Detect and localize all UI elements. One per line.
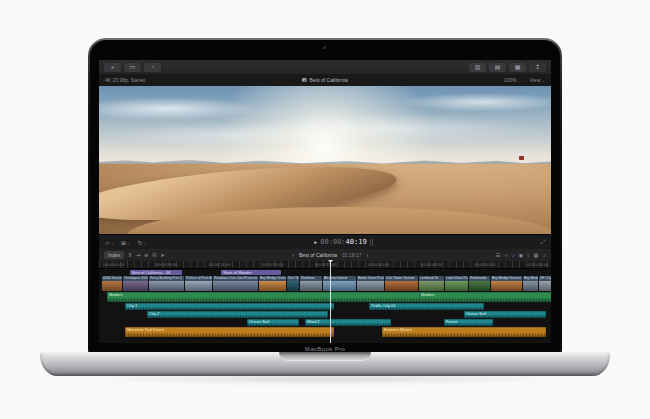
playhead[interactable] [330,261,331,343]
effects-browser-button[interactable]: ▩ [534,252,539,258]
connect-edit-button[interactable]: ⊼ [128,252,132,258]
chapter-marker[interactable]: Best of California - 4K [130,270,182,275]
viewer-clip-info: 4K 23.98p, Stereo [105,77,145,83]
video-clip-thumbnail [123,281,148,291]
audio-meters-icon[interactable] [370,239,373,246]
snapping-toggle-button[interactable]: ⌇ [527,252,529,258]
skimming-toggle-button[interactable]: ⌯ [504,252,508,259]
video-clip[interactable]: Rainbow [300,276,322,291]
video-clip-thumbnail [323,281,356,291]
timeline-toolbar: Index ⊼⇥⊕⊟➤ ‹ Best of California 01:18:1… [99,249,551,261]
video-clip[interactable]: Bay Bridge Sunset 02 [491,276,522,291]
audio-clip[interactable]: Ocean Surf [464,311,546,318]
transport-bar: ▱ ⌄⊠ ⌄↻ ⌄ ▶ 00:00:40:19 ⤢ [99,234,551,249]
audio-clip[interactable]: Wind 2 [305,319,391,326]
video-clip[interactable]: 0000 Sunset [102,276,122,291]
audio-skimming-button[interactable]: ♪ [512,252,515,258]
music-clip[interactable]: Modern [107,292,422,302]
video-clip[interactable]: Surf Girl [287,276,299,291]
waveform [305,323,391,326]
tool-select-button[interactable]: ➤ [161,252,165,258]
video-clip[interactable]: SF City [539,276,551,291]
clip-appearance-button[interactable]: ☰ [496,252,500,258]
index-button[interactable]: Index [104,251,124,259]
video-clip[interactable]: Bodie State Park [357,276,384,291]
viewer-view-menu[interactable]: View ⌄ [530,77,546,83]
video-clip[interactable]: Timelapse 0102 [123,276,148,291]
video-clip-thumbnail [259,281,286,291]
audio-clip[interactable]: Traffic City 01 [369,303,484,310]
import-media-button[interactable]: + [104,63,121,72]
video-clip-thumbnail [357,281,384,291]
video-clip[interactable]: Bay Bridge [523,276,538,291]
ruler-label: 00:00:40:00 [368,262,389,267]
media-browser-button[interactable]: ♫ [542,252,546,258]
overwrite-edit-button[interactable]: ⊟ [152,252,156,258]
video-track: 0000 SunsetTimelapse 0102Ferry Building … [102,276,551,291]
next-project-button[interactable]: › [366,252,368,258]
retime-tool-button[interactable]: ↻ ⌄ [137,239,146,246]
play-button[interactable]: ▶ [314,239,317,245]
screen-bezel: +▭◔ ▥▤▦↥ 4K 23.98p, Stereo Best of Calif… [90,40,560,354]
music-clip[interactable]: Modern [419,292,551,302]
waveform [369,307,484,310]
keyword-editor-button[interactable]: ▭ [124,63,141,72]
project-duration: 01:18:17 [342,252,361,258]
chevron-down-icon: ⌄ [111,240,114,245]
video-clip-thumbnail [445,281,468,291]
audio-clip[interactable]: City 2 [147,311,328,318]
video-clip[interactable]: Palace of Fine Arts [185,276,212,291]
video-clip-thumbnail [300,281,322,291]
video-clip-thumbnail [419,281,444,291]
waveform [444,323,493,326]
timeline-tracks: 0000 SunsetTimelapse 0102Ferry Building … [99,269,551,343]
ruler-label: 00:00:16:00 [209,262,230,267]
scene-red-rock [519,156,524,160]
video-clip-thumbnail [491,281,522,291]
ruler-label: 00:00:48:00 [421,262,442,267]
video-clip-thumbnail [287,281,299,291]
fullscreen-button[interactable]: ⤢ [540,239,545,246]
background-tasks-button[interactable]: ◔ [144,63,161,72]
audio-clip[interactable]: City 1 [125,303,334,310]
clapperboard-icon [302,78,307,82]
timeline-toggle-button[interactable]: ▤ [489,63,506,72]
product-shot: +▭◔ ▥▤▦↥ 4K 23.98p, Stereo Best of Calif… [0,0,650,419]
video-clip[interactable]: Rainbow Over San Francisco [213,276,258,291]
ruler-label: 00:01:04:00 [527,262,548,267]
chevron-down-icon: ⌄ [542,78,545,83]
viewer-zoom-menu[interactable]: 100% ⌄ [504,77,522,83]
solo-toggle-button[interactable]: ◉ [519,252,523,258]
video-clip[interactable]: Coit Tower Sunset [385,276,418,291]
waveform [147,315,328,318]
video-clip[interactable]: Bay Bridge Sunset [259,276,286,291]
append-edit-button[interactable]: ⊕ [144,252,148,258]
viewer-canvas [99,86,551,234]
insert-edit-button[interactable]: ⇥ [136,252,140,258]
inspector-toggle-button[interactable]: ▦ [509,63,526,72]
timeline-ruler[interactable]: 00:00:00:0000:00:08:0000:00:16:0000:00:2… [99,261,551,269]
audio-clip[interactable]: Forest [444,319,493,326]
effect-clip[interactable]: Extreme Motion [382,327,546,337]
effect-clip[interactable]: Mountain Trail Drone [125,327,334,337]
browser-toggle-button[interactable]: ▥ [469,63,486,72]
chevron-down-icon: ⌄ [143,240,146,245]
video-clip[interactable]: Ferry Building Part 2 [149,276,184,291]
audio-clip[interactable]: Ocean Surf [247,319,299,326]
timeline-right-tools: ☰⌯♪◉⌇▩♫ [496,252,546,259]
share-button[interactable]: ↥ [529,63,546,72]
transform-tool-button[interactable]: ▱ ⌄ [105,239,114,246]
video-clip[interactable]: Redwoods [469,276,490,291]
video-clip-thumbnail [213,281,258,291]
waveform [125,333,334,338]
waveform [107,298,422,303]
previous-project-button[interactable]: ‹ [292,252,294,258]
toolbar-left-group: +▭◔ [104,63,161,72]
edit-tools-group: ⊼⇥⊕⊟➤ [128,252,164,258]
crop-tool-button[interactable]: ⊠ ⌄ [121,239,130,246]
video-clip[interactable]: Lake Vista Park [445,276,468,291]
chapter-marker[interactable]: State of Wonder [221,270,281,275]
video-clip[interactable]: Lombard St [419,276,444,291]
waveform [419,298,551,303]
video-clip[interactable]: Alcatraz Island [323,276,356,291]
